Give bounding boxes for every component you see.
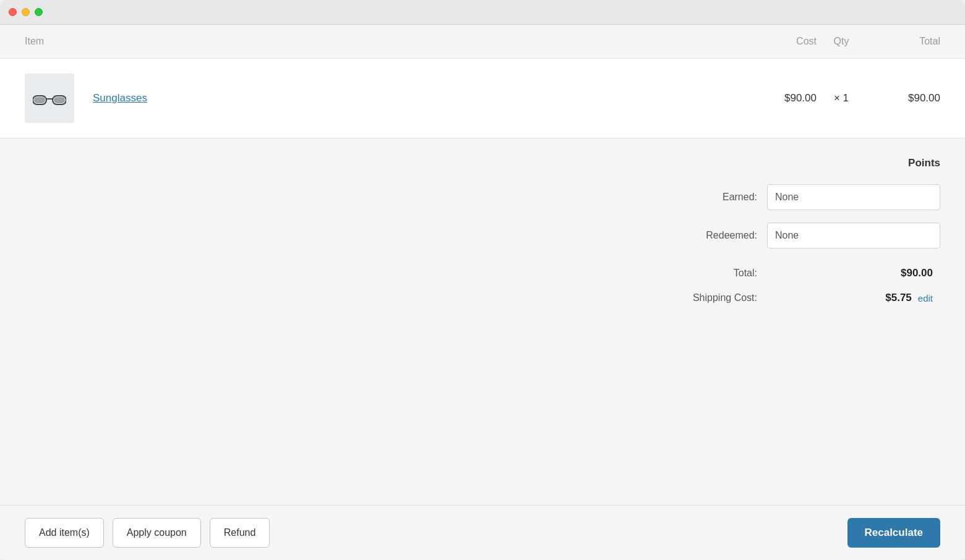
earned-label: Earned:	[695, 192, 757, 203]
total-value: $90.00	[767, 267, 940, 279]
app-window: Item Cost Qty Total Sunglasses	[0, 0, 965, 560]
points-header: Points	[25, 157, 940, 169]
redeemed-label: Redeemed:	[695, 230, 757, 241]
qty-separator: ×	[834, 92, 840, 104]
table-row: Sunglasses $90.00 × 1 $90.00	[0, 59, 965, 138]
product-name-cell: Sunglasses	[93, 92, 742, 104]
minimize-button[interactable]	[22, 8, 30, 16]
summary-rows: Earned: Redeemed: Total: $90.00 Shipping…	[25, 184, 940, 304]
qty-value: 1	[843, 92, 849, 104]
shipping-amount: $5.75	[885, 292, 912, 304]
recalculate-button[interactable]: Recalculate	[847, 518, 941, 548]
earned-input[interactable]	[767, 184, 940, 210]
product-qty-cell: × 1	[817, 92, 866, 104]
close-button[interactable]	[9, 8, 17, 16]
shipping-row: Shipping Cost: $5.75 edit	[693, 292, 940, 304]
edit-shipping-link[interactable]: edit	[918, 293, 933, 303]
sunglasses-icon	[33, 91, 66, 106]
redeemed-input[interactable]	[767, 223, 940, 248]
svg-rect-5	[34, 97, 45, 103]
summary-section: Points Earned: Redeemed: Total: $90.00	[0, 138, 965, 505]
product-image	[25, 74, 74, 123]
total-row: Total: $90.00	[695, 267, 940, 279]
shipping-value-container: $5.75 edit	[767, 292, 940, 304]
table-header: Item Cost Qty Total	[0, 25, 965, 59]
column-header-total: Total	[866, 36, 940, 47]
product-total-cell: $90.00	[866, 92, 940, 104]
titlebar	[0, 0, 965, 25]
svg-rect-6	[54, 97, 65, 103]
product-cost-cell: $90.00	[742, 92, 817, 104]
column-header-qty: Qty	[817, 36, 866, 47]
refund-button[interactable]: Refund	[210, 518, 270, 548]
add-items-button[interactable]: Add item(s)	[25, 518, 104, 548]
product-link[interactable]: Sunglasses	[93, 92, 147, 104]
total-label: Total:	[695, 268, 757, 279]
earned-row: Earned:	[695, 184, 940, 210]
redeemed-row: Redeemed:	[695, 223, 940, 248]
column-header-cost: Cost	[742, 36, 817, 47]
apply-coupon-button[interactable]: Apply coupon	[113, 518, 201, 548]
maximize-button[interactable]	[35, 8, 43, 16]
footer: Add item(s) Apply coupon Refund Recalcul…	[0, 505, 965, 560]
footer-actions-left: Add item(s) Apply coupon Refund	[25, 518, 270, 548]
main-content: Item Cost Qty Total Sunglasses	[0, 25, 965, 560]
shipping-label: Shipping Cost:	[693, 292, 757, 303]
column-header-item: Item	[25, 36, 742, 47]
